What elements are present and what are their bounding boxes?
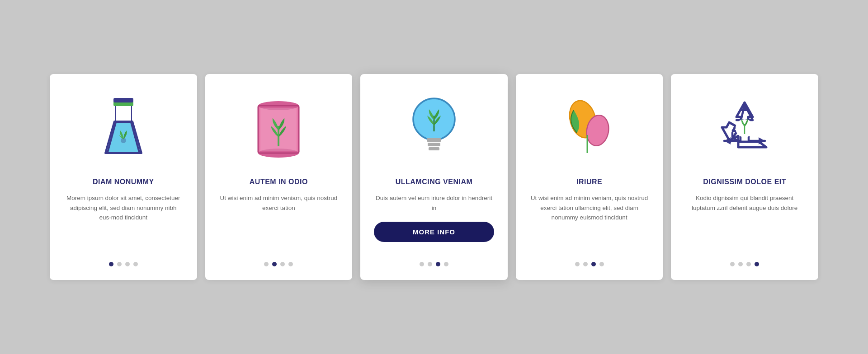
more-info-button[interactable]: MORE INFO — [374, 222, 494, 242]
dot — [599, 262, 604, 266]
dots-2 — [264, 262, 293, 266]
dot — [264, 262, 269, 266]
dots-3 — [420, 262, 448, 266]
dot — [428, 262, 432, 266]
card-title-5: DIGNISSIM DOLOE EIT — [703, 178, 786, 186]
card-text-2: Ut wisi enim ad minim veniam, quis nostr… — [219, 193, 339, 251]
card-autem-in-odio: AUTEM IN ODIO Ut wisi enim ad minim veni… — [205, 74, 353, 280]
dot-active — [436, 262, 440, 266]
dots-5 — [730, 262, 759, 266]
card-text-5: Kodio dignissim qui blandit praesent lup… — [684, 193, 805, 251]
svg-rect-18 — [427, 138, 441, 142]
card-icon-seeds — [553, 92, 626, 164]
dots-4 — [575, 262, 604, 266]
dot — [420, 262, 424, 266]
card-title-2: AUTEM IN ODIO — [250, 178, 308, 186]
svg-rect-8 — [113, 98, 133, 102]
dot — [280, 262, 285, 266]
svg-point-9 — [121, 138, 126, 143]
card-diam-nonummy: DIAM NONUMMY Morem ipsum dolor sit amet,… — [50, 74, 197, 280]
dot — [746, 262, 751, 266]
dot-active — [755, 262, 759, 266]
card-text-4: Ut wisi enim ad minim veniam, quis nostr… — [529, 193, 650, 251]
card-icon-bulb — [398, 92, 470, 164]
dot — [288, 262, 293, 266]
dot-active — [109, 262, 113, 266]
card-dignissim: DIGNISSIM DOLOE EIT Kodio dignissim qui … — [671, 74, 818, 280]
dot-active — [272, 262, 277, 266]
cards-container: DIAM NONUMMY Morem ipsum dolor sit amet,… — [50, 74, 818, 280]
card-icon-scroll — [242, 92, 315, 164]
dot-active — [591, 262, 596, 266]
dot — [730, 262, 735, 266]
card-text-1: Morem ipsum dolor sit amet, consectetuer… — [63, 193, 184, 251]
dot — [125, 262, 130, 266]
card-text-3: Duis autem vel eum iriure dolor in hendr… — [374, 193, 494, 213]
card-iriure: IRIURE Ut wisi enim ad minim veniam, qui… — [516, 74, 663, 280]
dot — [575, 262, 580, 266]
dot — [738, 262, 743, 266]
card-ullamcing-veniam: ULLAMCING VENIAM Duis autem vel eum iriu… — [360, 74, 508, 280]
card-icon-flask — [87, 92, 160, 164]
dots-1 — [109, 262, 138, 266]
card-title-1: DIAM NONUMMY — [93, 178, 154, 186]
dot — [444, 262, 448, 266]
svg-rect-2 — [116, 103, 131, 122]
card-title-3: ULLAMCING VENIAM — [396, 178, 473, 186]
dot — [117, 262, 122, 266]
svg-rect-19 — [428, 143, 440, 146]
svg-rect-20 — [429, 147, 439, 150]
dot — [133, 262, 138, 266]
card-icon-recycle — [708, 92, 781, 164]
card-title-4: IRIURE — [576, 178, 602, 186]
dot — [583, 262, 588, 266]
